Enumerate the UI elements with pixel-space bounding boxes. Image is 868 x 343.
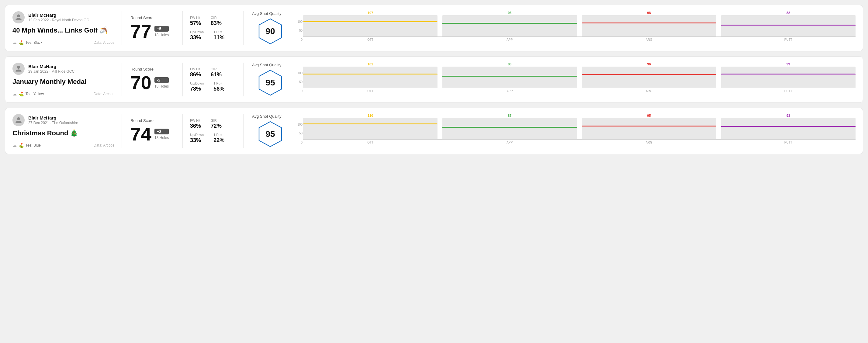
- updown-value: 78%: [190, 86, 204, 92]
- quality-section: Avg Shot Quality 95 100 50 0: [244, 114, 856, 148]
- bar-group-arg: 98: [582, 11, 716, 36]
- score-holes: 18 Holes: [154, 136, 169, 140]
- bars-column: 110 87 95 93: [303, 118, 856, 144]
- round-card: Blair McHarg 12 Feb 2022 · Royal North D…: [5, 5, 863, 52]
- score-row: 70 -2 18 Holes: [130, 73, 174, 92]
- round-title: Christmas Round 🎄: [12, 129, 114, 137]
- one-putt-value: 56%: [213, 86, 224, 92]
- bar-group-app: 87: [442, 114, 577, 139]
- bar-accent-line: [442, 127, 577, 128]
- chart-x-label: PUTT: [721, 38, 856, 41]
- updown-value: 33%: [190, 137, 204, 144]
- bar-value-label: 110: [368, 114, 373, 117]
- one-putt-label: 1 Putt: [213, 30, 224, 34]
- tee-label: Tee: Black: [26, 40, 42, 45]
- bar-wrapper: [721, 15, 856, 36]
- chart-x-label: OTT: [303, 89, 437, 93]
- quality-section: Avg Shot Quality 95 100 50 0: [244, 63, 856, 96]
- round-score-section: Round Score 70 -2 18 Holes: [122, 63, 183, 96]
- user-info: Blair McHarg 29 Jan 2022 · Mill Ride GCC: [28, 64, 74, 73]
- score-big: 74: [130, 125, 151, 144]
- chart-x-label: ARG: [582, 38, 716, 41]
- quality-section: Avg Shot Quality 90 100 50 0: [244, 11, 856, 45]
- bar-wrapper: [721, 118, 856, 139]
- bar-group-arg: 95: [582, 114, 716, 139]
- bars-row: 107 95 98 82: [303, 15, 856, 36]
- weather-icon: ☁: [12, 143, 17, 148]
- bar-group-ott: 101: [303, 62, 437, 88]
- hexagon-score: 90: [266, 27, 275, 36]
- chart-x-label: APP: [442, 141, 577, 144]
- hexagon-score: 95: [266, 129, 275, 139]
- fw-hit-value: 57%: [190, 20, 201, 27]
- score-badge: +5: [154, 26, 169, 32]
- round-score-label: Round Score: [130, 118, 174, 123]
- round-score-section: Round Score 74 +2 18 Holes: [122, 114, 183, 148]
- bar-fill: [303, 123, 437, 139]
- one-putt-label: 1 Putt: [213, 133, 224, 136]
- bar-wrapper: [303, 15, 437, 36]
- gir-stat: GIR 61%: [211, 67, 222, 78]
- fw-hit-stat: FW Hit 86%: [190, 67, 201, 78]
- chart-x-label: OTT: [303, 38, 437, 41]
- quality-label: Avg Shot Quality: [252, 63, 282, 67]
- bar-group-ott: 110: [303, 114, 437, 139]
- chart-x-labels: OTT APP ARG PUTT: [303, 38, 856, 41]
- bar-group-putt: 99: [721, 62, 856, 88]
- one-putt-label: 1 Putt: [213, 82, 224, 85]
- gir-label: GIR: [211, 16, 222, 20]
- bars-row: 101 86 96 99: [303, 67, 856, 88]
- bar-group-app: 86: [442, 62, 577, 88]
- chart-x-label: ARG: [582, 89, 716, 93]
- bar-accent-line: [721, 126, 856, 127]
- one-putt-stat: 1 Putt 22%: [213, 133, 224, 144]
- updown-value: 33%: [190, 34, 204, 41]
- round-score-label: Round Score: [130, 67, 174, 71]
- chart-x-label: OTT: [303, 141, 437, 144]
- fw-hit-stat: FW Hit 57%: [190, 16, 201, 27]
- bar-accent-line: [582, 74, 716, 75]
- tee-info: ☁ ⛳ Tee: Black: [12, 40, 42, 45]
- stats-row-top: FW Hit 57% GIR 83%: [190, 16, 236, 27]
- card-footer: ☁ ⛳ Tee: Blue Data: Arccos: [12, 143, 114, 148]
- bar-wrapper: [442, 118, 577, 139]
- bar-group-putt: 93: [721, 114, 856, 139]
- bar-wrapper: [303, 67, 437, 88]
- bar-fill: [442, 23, 577, 36]
- bar-value-label: 82: [786, 11, 790, 14]
- bar-fill: [721, 126, 856, 139]
- bar-value-label: 95: [647, 114, 651, 117]
- bar-accent-line: [303, 73, 437, 74]
- bar-wrapper: [582, 15, 716, 36]
- bar-group-ott: 107: [303, 11, 437, 36]
- hexagon-score: 95: [266, 78, 275, 88]
- hexagon-container: 90: [257, 18, 284, 45]
- bar-accent-line: [303, 21, 437, 22]
- one-putt-value: 22%: [213, 137, 224, 144]
- score-big: 77: [130, 22, 151, 41]
- score-details: -2 18 Holes: [154, 77, 169, 89]
- bar-accent-line: [303, 123, 437, 124]
- bar-accent-line: [582, 126, 716, 126]
- card-footer: ☁ ⛳ Tee: Yellow Data: Arccos: [12, 92, 114, 96]
- bar-value-label: 86: [508, 62, 512, 66]
- fw-hit-label: FW Hit: [190, 119, 201, 122]
- bar-value-label: 107: [368, 11, 373, 14]
- fw-hit-value: 86%: [190, 71, 201, 78]
- bar-fill: [582, 23, 716, 36]
- data-source: Data: Arccos: [94, 143, 114, 148]
- quality-left: Avg Shot Quality 90: [252, 11, 288, 45]
- updown-label: Up/Down: [190, 82, 204, 85]
- tee-info: ☁ ⛳ Tee: Blue: [12, 143, 41, 148]
- score-badge: +2: [154, 129, 169, 134]
- bar-wrapper: [303, 118, 437, 139]
- bar-wrapper: [582, 118, 716, 139]
- score-badge: -2: [154, 77, 169, 83]
- bars-column: 107 95 98 82: [303, 15, 856, 41]
- chart-area: 100 50 0 101 86 96: [294, 67, 856, 93]
- user-name: Blair McHarg: [28, 64, 74, 69]
- user-row: Blair McHarg 29 Jan 2022 · Mill Ride GCC: [12, 63, 114, 75]
- bar-fill: [442, 127, 577, 139]
- round-card: Blair McHarg 29 Jan 2022 · Mill Ride GCC…: [5, 56, 863, 103]
- round-score-label: Round Score: [130, 15, 174, 20]
